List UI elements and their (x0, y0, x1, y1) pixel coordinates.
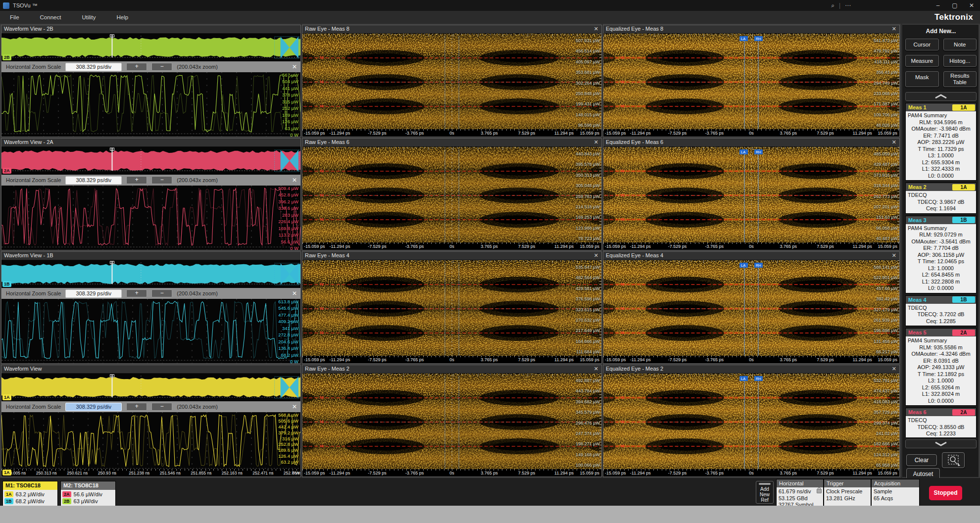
menu-item-utility[interactable]: Utility (72, 14, 106, 20)
sidebar-button-note[interactable]: Note (943, 39, 977, 50)
waveform-overview[interactable]: 2B (1, 34, 300, 61)
sidebar-button-cursor[interactable]: Cursor (905, 39, 939, 50)
waveform-overview[interactable]: 1B (1, 260, 300, 288)
meas-scroll-down-button[interactable] (905, 439, 977, 448)
zoom-scale-value[interactable]: 308.329 ps/div (65, 289, 122, 298)
meas-name: Meas 3 (908, 217, 927, 223)
eye-x-label: 0s (749, 357, 754, 362)
svg-text:TB: TB (620, 218, 625, 221)
waveform-panel-1B: Waveform View - 1B1BHorizontal Zoom Scal… (1, 251, 301, 364)
panel-close-icon[interactable]: ✕ (292, 290, 297, 297)
zoom-out-button[interactable]: − (151, 403, 172, 411)
sidebar-button-results-table[interactable]: ResultsTable (943, 71, 977, 87)
waveform-plot[interactable]: 567 µW504 µW441 µW378 µW315 µW252 µW189 … (1, 72, 300, 137)
setup-card-trigger[interactable]: TriggerClock Prescale13.281 GHz (824, 479, 871, 506)
zoom-factor-label: (200.043x zoom) (177, 404, 218, 410)
meas-card-5[interactable]: Meas 52APAM4 SummaryRLM: 935.5586 mOMAou… (905, 328, 977, 406)
sidebar-button-mask[interactable]: Mask (905, 71, 939, 87)
panel-close-icon[interactable]: ✕ (591, 365, 601, 373)
waveform-plot[interactable]: 568.8 µW505.6 µW442.4 µW379.2 µW316 µW25… (1, 412, 300, 476)
menu-item-help[interactable]: Help (107, 14, 140, 20)
sidebar-button-histog-[interactable]: Histog... (943, 55, 977, 67)
waveform-plot[interactable]: 613.8 µW545.6 µW477.4 µW409.2 µW341 µW27… (1, 299, 300, 363)
eye-x-label: -11.294 ps (630, 471, 651, 475)
meas-line: L1: 322.2808 m (907, 279, 975, 285)
clear-button[interactable]: Clear (906, 454, 937, 466)
module-channel-row[interactable]: 2B63 µW/div (62, 498, 114, 505)
add-new-ref-button[interactable]: AddNewRef (756, 481, 774, 504)
setup-card-horizontal[interactable]: Horizontal61.679 ns/div53.125 GBd32767 S… (776, 479, 824, 506)
panel-close-icon[interactable]: ✕ (889, 252, 899, 260)
meas-card-6[interactable]: Meas 62ATDECQTDECQ: 3.8550 dBCeq: 1.2233 (905, 408, 977, 437)
eye-diagram[interactable]: TBTBTBLARH541.473 µW479.792 µW418.111 µW… (603, 34, 899, 131)
module-card-m1[interactable]: M1: TSO8C181A63.2 µW/div1B68.2 µW/div (2, 481, 58, 506)
waveform-overview[interactable]: 1A (1, 374, 300, 401)
panel-close-icon[interactable]: ✕ (292, 177, 297, 184)
eye-diagram[interactable]: TBTBTB440.843 µW395.578 µW350.313 µW305.… (302, 147, 601, 244)
eye-x-label: 11.294 ps (554, 131, 574, 136)
panel-close-icon[interactable]: ✕ (591, 25, 601, 33)
eye-y-label: 541.473 µW (874, 38, 898, 43)
close-button[interactable]: ✕ (963, 0, 980, 11)
panel-title-text: Equalized Eye - Meas 6 (606, 139, 663, 146)
zoom-scale-label: Horizontal Zoom Scale (6, 177, 61, 183)
sidebar-button-measure[interactable]: Measure (905, 55, 939, 67)
waveform-y-label: 136.4 µW (278, 345, 298, 351)
meas-card-1[interactable]: Meas 11APAM4 SummaryRLM: 934.5996 mOMAou… (905, 103, 977, 181)
eye-diagram[interactable]: TBTBTB507.931 µW456.514 µW405.097 µW353.… (302, 34, 601, 131)
meas-card-3[interactable]: Meas 31BPAM4 SummaryRLM: 929.0729 mOMAou… (905, 216, 977, 293)
zoom-in-button[interactable]: + (126, 403, 147, 411)
eye-x-label: 7.529 ps (518, 244, 536, 249)
meas-card-4[interactable]: Meas 41BTDECQTDECQ: 3.7202 dBCeq: 1.2285 (905, 295, 977, 327)
module-channel-row[interactable]: 1B68.2 µW/div (4, 498, 56, 505)
eye-diagram[interactable]: TBTBTB492.887 µW443.784 µW394.682 µW345.… (302, 374, 601, 471)
setup-card-acquisition[interactable]: AcquisitionSample65 Acqs (871, 479, 920, 506)
waveform-overview[interactable]: 2A (1, 147, 300, 175)
zoom-in-button[interactable]: + (126, 289, 147, 297)
eye-diagram[interactable]: TBTBTBLARH588.141 µW522.901 µW457.66 µW3… (603, 260, 899, 357)
waveform-plot[interactable]: 509.4 µW452.8 µW396.2 µW339.6 µW283 µW22… (1, 186, 300, 250)
zoom-in-button[interactable]: + (126, 176, 147, 184)
maximize-button[interactable]: ▢ (946, 0, 963, 11)
meas-card-2[interactable]: Meas 21ATDECQTDECQ: 3.9867 dBCeq: 1.1694 (905, 183, 977, 214)
meas-line: OMAouter: -3.5641 dBm (907, 238, 975, 245)
menu-item-connect[interactable]: Connect (30, 14, 72, 20)
eye-y-label: 65.958 µW (876, 463, 898, 468)
panel-close-icon[interactable]: ✕ (292, 63, 297, 70)
panel-close-icon[interactable]: ✕ (591, 139, 601, 146)
zoom-scale-value[interactable]: 308.329 ps/div (65, 403, 122, 411)
menu-item-file[interactable]: File (0, 14, 30, 20)
zoom-scale-value[interactable]: 308.329 ps/div (65, 63, 122, 71)
panel-close-icon[interactable]: ✕ (591, 252, 601, 260)
zoom-scale-value[interactable]: 308.329 ps/div (65, 176, 122, 185)
panel-close-icon[interactable]: ✕ (889, 25, 899, 33)
panel-close-icon[interactable]: ✕ (292, 403, 297, 410)
waveform-y-label: 567 µW (282, 72, 298, 78)
panel-close-icon[interactable]: ✕ (889, 365, 899, 373)
panel-close-icon[interactable]: ✕ (889, 139, 899, 146)
ref-waveform-icon (759, 483, 771, 485)
more-options-icon[interactable]: ⋯ (840, 2, 855, 9)
setup-card-header: Acquisition (872, 479, 919, 487)
minimize-button[interactable]: – (930, 0, 946, 11)
eye-x-label: 3.765 ps (481, 131, 498, 136)
search-icon[interactable]: ⌕ (827, 2, 839, 9)
eye-y-label: 149.168 µW (576, 452, 600, 457)
eye-diagram[interactable]: TBTBTBLARH485.059 µW429.487 µW373.916 µW… (603, 147, 899, 244)
panel-title: Waveform View - 2A (1, 139, 300, 147)
meas-scroll-up-button[interactable] (905, 92, 977, 101)
eye-x-label: 15.059 ps (580, 471, 599, 475)
zoom-out-button[interactable]: − (151, 176, 172, 184)
eye-x-label: -7.529 ps (668, 244, 687, 249)
module-channel-row[interactable]: 2A56.6 µW/div (62, 491, 114, 498)
zoom-out-button[interactable]: − (151, 289, 172, 297)
eye-diagram[interactable]: TBTBTBLARH532.791 µW474.437 µW416.083 µW… (603, 374, 899, 471)
zoom-in-button[interactable]: + (126, 63, 147, 71)
run-state-button[interactable]: Stopped (929, 486, 962, 500)
eye-time-axis: -15.059 ps-11.294 ps-7.529 ps-3.765 ps0s… (302, 129, 601, 137)
zoom-select-button[interactable] (942, 452, 965, 468)
module-channel-row[interactable]: 1A63.2 µW/div (4, 491, 56, 498)
module-card-m2[interactable]: M2: TSO8C182A56.6 µW/div2B63 µW/div (60, 481, 116, 506)
zoom-out-button[interactable]: − (151, 63, 172, 71)
eye-diagram[interactable]: TBTBTB535.547 µW482.564 µW429.581 µW376.… (302, 260, 601, 357)
